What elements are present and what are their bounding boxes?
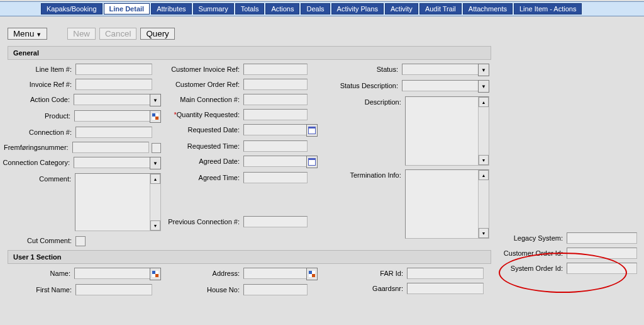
tab-attachments[interactable]: Attachments xyxy=(463,3,513,14)
label-status: Status: xyxy=(331,64,402,73)
connection-category-dropdown[interactable]: ▼ xyxy=(150,157,161,169)
scroll-down-icon[interactable]: ▼ xyxy=(479,155,489,165)
label-status-description: Status Description: xyxy=(331,80,402,89)
tab-attributes[interactable]: Attributes xyxy=(151,3,191,14)
section-header-user1: User 1 Section xyxy=(8,250,491,264)
label-invoice-ref-no: Invoice Ref #: xyxy=(3,79,75,88)
product-field[interactable] xyxy=(74,110,150,122)
menu-button[interactable]: Menu▼ xyxy=(8,28,47,40)
connection-category-field[interactable] xyxy=(74,157,150,168)
status-description-dropdown[interactable]: ▼ xyxy=(478,80,489,93)
name-field[interactable] xyxy=(74,268,150,279)
tab-bar: Kapaks/Booking Line Detail Attributes Su… xyxy=(0,1,644,16)
label-customer-order-ref: Customer Order Ref: xyxy=(161,79,243,88)
tab-audit-trail[interactable]: Audit Trail xyxy=(419,3,462,14)
picker-icon xyxy=(152,271,158,277)
customer-order-ref-field[interactable] xyxy=(243,79,308,90)
chevron-down-icon: ▼ xyxy=(481,67,486,73)
label-agreed-date: Agreed Date: xyxy=(161,156,243,165)
customer-order-id-field[interactable] xyxy=(567,248,637,259)
chevron-down-icon: ▼ xyxy=(153,98,158,103)
label-name: Name: xyxy=(3,268,74,277)
agreed-date-field[interactable] xyxy=(243,156,307,167)
label-customer-order-id: Customer Order Id: xyxy=(500,249,567,257)
chevron-down-icon: ▼ xyxy=(36,31,42,38)
requested-date-field[interactable] xyxy=(243,124,307,135)
cut-comment-checkbox[interactable] xyxy=(75,236,86,246)
main-connection-no-field[interactable] xyxy=(243,94,308,105)
requested-date-picker[interactable] xyxy=(306,124,318,137)
label-requested-time: Requested Time: xyxy=(161,140,243,150)
connection-no-field[interactable] xyxy=(75,127,152,138)
label-comment: Comment: xyxy=(3,173,75,183)
tab-summary[interactable]: Summary xyxy=(193,3,234,14)
label-gaardsnr: Gaardsnr: xyxy=(331,283,407,292)
tab-line-detail[interactable]: Line Detail xyxy=(104,3,150,14)
fremforingsnummer-field[interactable] xyxy=(72,142,149,153)
label-first-name: First Name: xyxy=(3,284,75,294)
agreed-time-field[interactable] xyxy=(243,172,308,183)
label-connection-no: Connection #: xyxy=(3,127,75,136)
gaardsnr-field[interactable] xyxy=(407,283,484,294)
agreed-date-picker[interactable] xyxy=(306,156,318,168)
toolbar: Menu▼ New Cancel Query xyxy=(0,16,644,46)
system-order-id-field[interactable] xyxy=(567,263,637,274)
requested-time-field[interactable] xyxy=(243,140,308,152)
scroll-down-icon[interactable]: ▼ xyxy=(150,220,160,231)
tab-deals[interactable]: Deals xyxy=(301,3,330,14)
scroll-up-icon[interactable]: ▲ xyxy=(479,170,489,180)
label-system-order-id: System Order Id: xyxy=(500,265,567,272)
picker-icon xyxy=(309,271,315,277)
scroll-down-icon[interactable]: ▼ xyxy=(479,228,489,238)
label-action-code: Action Code: xyxy=(3,94,74,103)
label-agreed-time: Agreed Time: xyxy=(161,172,243,181)
legacy-system-field[interactable] xyxy=(567,232,637,244)
tab-actions[interactable]: Actions xyxy=(265,3,299,14)
quantity-requested-field[interactable] xyxy=(243,109,308,120)
product-picker[interactable] xyxy=(150,110,161,123)
address-field[interactable] xyxy=(243,268,307,279)
label-connection-category: Connection Category: xyxy=(3,157,74,166)
customer-invoice-ref-field[interactable] xyxy=(243,64,308,75)
tab-line-item-actions[interactable]: Line Item - Actions xyxy=(514,3,582,14)
address-picker[interactable] xyxy=(306,268,318,280)
label-requested-date: Requested Date: xyxy=(161,124,243,134)
cancel-button[interactable]: Cancel xyxy=(99,28,137,40)
label-legacy-system: Legacy System: xyxy=(500,234,567,242)
description-textarea[interactable] xyxy=(406,97,478,165)
chevron-down-icon: ▼ xyxy=(153,161,158,166)
label-address: Address: xyxy=(161,268,243,277)
status-dropdown[interactable]: ▼ xyxy=(478,64,489,76)
far-id-field[interactable] xyxy=(407,268,484,279)
label-previous-connection-no: Previous Connection #: xyxy=(161,216,243,225)
label-house-no: House No: xyxy=(161,284,243,294)
termination-info-scrollbar[interactable]: ▲ ▼ xyxy=(478,170,489,238)
scroll-up-icon[interactable]: ▲ xyxy=(150,174,160,184)
invoice-ref-no-field[interactable] xyxy=(75,79,152,90)
calendar-icon xyxy=(308,127,316,134)
previous-connection-no-field[interactable] xyxy=(243,216,308,227)
termination-info-textarea[interactable] xyxy=(406,170,478,238)
tab-kapaks-booking[interactable]: Kapaks/Booking xyxy=(41,3,103,14)
status-field[interactable] xyxy=(402,64,478,75)
label-product: Product: xyxy=(3,110,74,120)
line-item-no-field[interactable] xyxy=(75,64,152,75)
status-description-field[interactable] xyxy=(402,80,478,91)
comment-textarea[interactable] xyxy=(75,174,150,231)
name-picker[interactable] xyxy=(150,268,161,280)
house-no-field[interactable] xyxy=(243,284,308,295)
action-code-dropdown[interactable]: ▼ xyxy=(150,94,161,106)
fremforingsnummer-check[interactable] xyxy=(152,143,161,153)
new-button[interactable]: New xyxy=(67,28,96,40)
tab-activity-plans[interactable]: Activity Plans xyxy=(331,3,384,14)
label-termination-info: Termination Info: xyxy=(331,169,405,179)
scroll-up-icon[interactable]: ▲ xyxy=(479,97,489,107)
description-scrollbar[interactable]: ▲ ▼ xyxy=(478,97,489,165)
tab-totals[interactable]: Totals xyxy=(235,3,265,14)
query-button[interactable]: Query xyxy=(140,28,174,40)
first-name-field[interactable] xyxy=(75,284,152,295)
action-code-field[interactable] xyxy=(74,94,150,105)
picker-icon xyxy=(152,113,158,120)
tab-activity[interactable]: Activity xyxy=(385,3,418,14)
comment-scrollbar[interactable]: ▲ ▼ xyxy=(150,174,160,231)
